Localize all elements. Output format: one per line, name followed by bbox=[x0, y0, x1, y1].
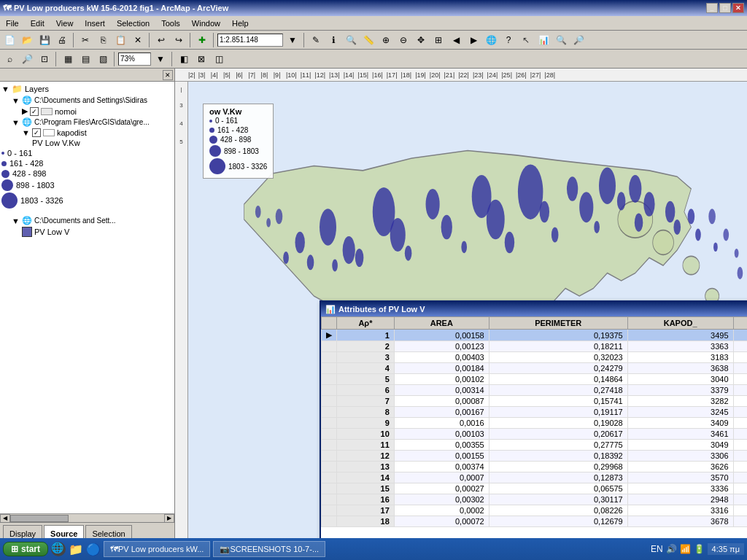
layer-folder3[interactable]: ▼ 🌐 C:\Documents and Sett... bbox=[1, 215, 173, 226]
kapodist-checkbox[interactable]: ✓ bbox=[32, 128, 41, 137]
row-selector[interactable] bbox=[322, 374, 337, 385]
row-selector[interactable] bbox=[322, 429, 337, 440]
menu-edit[interactable]: Edit bbox=[28, 18, 47, 29]
layout-btn1[interactable]: ◧ bbox=[176, 51, 192, 67]
add-data-button[interactable]: ✚ bbox=[194, 32, 210, 48]
full-extent-btn[interactable]: ⊞ bbox=[430, 32, 446, 48]
redo-button[interactable]: ↪ bbox=[171, 32, 187, 48]
menu-selection[interactable]: Selection bbox=[114, 18, 152, 29]
menu-tools[interactable]: Tools bbox=[158, 18, 183, 29]
zoom-in-btn[interactable]: ⊕ bbox=[378, 32, 394, 48]
find-btn[interactable]: 🔍 bbox=[343, 32, 359, 48]
table-row[interactable]: 17 0,0002 0,08226 3316 3804 VII bbox=[322, 505, 748, 516]
menu-insert[interactable]: Insert bbox=[82, 18, 108, 29]
start-button[interactable]: ⊞ start bbox=[3, 542, 48, 556]
table-row[interactable]: 16 0,00302 0,30117 2948 3362 VII bbox=[322, 494, 748, 505]
scroll-right[interactable]: ▶ bbox=[164, 514, 174, 523]
table-row[interactable]: 6 0,00314 0,27418 3379 3669 VII bbox=[322, 385, 748, 396]
row-selector[interactable] bbox=[322, 341, 337, 352]
table-row[interactable]: 11 0,00355 0,27775 3049 3508 VII bbox=[322, 440, 748, 451]
layer-folder2[interactable]: ▼ 🌐 C:\Program Files\ArcGIS\data\gre... bbox=[1, 117, 173, 128]
layer-folder1[interactable]: ▼ 🌐 C:\Documents and Settings\Sidiras bbox=[1, 95, 173, 106]
scale-dropdown[interactable]: ▼ bbox=[285, 32, 301, 48]
col-num[interactable]: Αρ* bbox=[337, 317, 395, 330]
save-button[interactable]: 💾 bbox=[36, 32, 53, 48]
scroll-thumb[interactable] bbox=[10, 515, 69, 522]
table-row[interactable]: 7 0,00087 0,15741 3282 3773 VII bbox=[322, 396, 748, 407]
table-row[interactable]: 8 0,00167 0,19117 3245 3747 VII bbox=[322, 407, 748, 418]
col-kapod[interactable]: KAPOD_ bbox=[627, 317, 733, 330]
help-tool-btn[interactable]: ? bbox=[500, 32, 516, 48]
tb2-btn3[interactable]: ⊡ bbox=[36, 51, 53, 67]
col-kapod-id[interactable]: KAPOD_ID bbox=[733, 317, 747, 330]
row-selector[interactable]: ▶ bbox=[322, 330, 337, 341]
table-row[interactable]: 9 0,0016 0,19028 3409 3901 VII bbox=[322, 418, 748, 429]
row-selector[interactable] bbox=[322, 418, 337, 429]
table-row[interactable]: 4 0,00184 0,24279 3638 4190 VII bbox=[322, 363, 748, 374]
table-row[interactable]: 15 0,00027 0,06575 3336 3831 VII bbox=[322, 483, 748, 494]
row-selector[interactable] bbox=[322, 505, 337, 516]
tb2-btn4[interactable]: ▦ bbox=[60, 51, 76, 67]
copy-button[interactable]: ⎘ bbox=[95, 32, 111, 48]
search-btn[interactable]: 🔍 bbox=[553, 32, 569, 48]
editor-btn[interactable]: ✎ bbox=[308, 32, 324, 48]
identify-btn[interactable]: ℹ bbox=[325, 32, 341, 48]
minimize-button[interactable]: _ bbox=[706, 3, 718, 13]
tb2-btn2[interactable]: 🔎 bbox=[19, 51, 35, 67]
table-row[interactable]: ▶ 1 0,00158 0,19375 3495 4003 VII bbox=[322, 330, 748, 341]
attr-title-bar[interactable]: 📊 Attributes of PV Low V bbox=[321, 302, 747, 316]
select-btn[interactable]: ↖ bbox=[518, 32, 534, 48]
row-selector[interactable] bbox=[322, 363, 337, 374]
row-selector[interactable] bbox=[322, 352, 337, 363]
zoom-dropdown[interactable]: ▼ bbox=[152, 51, 169, 67]
table-row[interactable]: 2 0,00123 0,18211 3363 3861 VII bbox=[322, 341, 748, 352]
magnifier-btn[interactable]: 🔎 bbox=[570, 32, 587, 48]
pan-btn[interactable]: ✥ bbox=[413, 32, 429, 48]
panel-scrollbar-h[interactable]: ◀ ▶ bbox=[0, 513, 174, 522]
col-selector[interactable] bbox=[322, 317, 337, 330]
row-selector[interactable] bbox=[322, 462, 337, 472]
row-selector[interactable] bbox=[322, 451, 337, 462]
ie-icon[interactable]: 🌐 bbox=[51, 542, 66, 556]
delete-button[interactable]: ✕ bbox=[130, 32, 146, 48]
measure-btn[interactable]: 📏 bbox=[360, 32, 376, 48]
tb2-btn6[interactable]: ▧ bbox=[95, 51, 111, 67]
panel-close-button[interactable]: ✕ bbox=[163, 70, 173, 80]
row-selector[interactable] bbox=[322, 516, 337, 527]
map-canvas[interactable]: ow V.Kw 0 - 161 161 - 428 428 - 898 898 … bbox=[188, 82, 747, 541]
cut-button[interactable]: ✂ bbox=[77, 32, 93, 48]
menu-window[interactable]: Window bbox=[189, 18, 223, 29]
table-row[interactable]: 14 0,0007 0,12873 3570 4085 VII bbox=[322, 472, 748, 483]
forward-btn[interactable]: ▶ bbox=[465, 32, 481, 48]
layers-root[interactable]: ▼ 📁 Layers bbox=[1, 83, 173, 95]
table-row[interactable]: 12 0,00155 0,18392 3306 3801 VII bbox=[322, 451, 748, 462]
attr-btn[interactable]: 📊 bbox=[535, 32, 551, 48]
new-button[interactable]: 📄 bbox=[1, 32, 18, 48]
table-row[interactable]: 3 0,00403 0,32023 3183 3657 VII bbox=[322, 352, 748, 363]
scroll-left[interactable]: ◀ bbox=[0, 514, 10, 523]
globe-btn[interactable]: 🌐 bbox=[483, 32, 499, 48]
layer-kapodist[interactable]: ▼ ✓ kapodist bbox=[1, 128, 173, 138]
table-row[interactable]: 5 0,00102 0,14864 3040 3500 VII bbox=[322, 374, 748, 385]
menu-help[interactable]: Help bbox=[229, 18, 252, 29]
open-button[interactable]: 📂 bbox=[19, 32, 35, 48]
row-selector[interactable] bbox=[322, 483, 337, 494]
col-area[interactable]: AREA bbox=[394, 317, 489, 330]
table-row[interactable]: 18 0,00072 0,12679 3678 4236 VII bbox=[322, 516, 748, 527]
table-row[interactable]: 13 0,00374 0,29968 3626 4170 VII bbox=[322, 462, 748, 472]
attr-table-wrapper[interactable]: Αρ* AREA PERIMETER KAPOD_ KAPOD_ID ▶ bbox=[321, 316, 747, 541]
restore-button[interactable]: □ bbox=[719, 3, 731, 13]
paste-button[interactable]: 📋 bbox=[112, 32, 128, 48]
map-area[interactable]: |2| |3| |4| |5| |6| |7| |8| |9| |10| |11… bbox=[175, 69, 747, 541]
row-selector[interactable] bbox=[322, 472, 337, 483]
row-selector[interactable] bbox=[322, 440, 337, 451]
print-button[interactable]: 🖨 bbox=[54, 32, 70, 48]
browser-icon[interactable]: 🔵 bbox=[86, 542, 101, 556]
row-selector[interactable] bbox=[322, 494, 337, 505]
menu-view[interactable]: View bbox=[53, 18, 77, 29]
row-selector[interactable] bbox=[322, 396, 337, 407]
zoom-out-btn[interactable]: ⊖ bbox=[395, 32, 411, 48]
layout-btn2[interactable]: ⊠ bbox=[193, 51, 209, 67]
folder-taskbar-icon[interactable]: 📁 bbox=[69, 542, 83, 556]
tray-en[interactable]: EN bbox=[651, 544, 663, 554]
